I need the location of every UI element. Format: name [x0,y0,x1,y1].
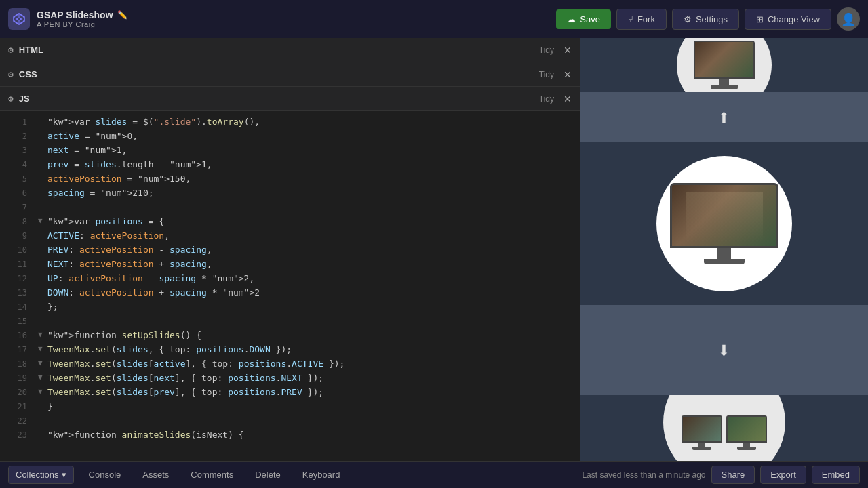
editor-panel: ⚙ HTML Tidy ✕ ⚙ CSS Tidy ✕ [0,38,580,461]
line-number: 22 [8,414,27,428]
code-line: 19▼TweenMax.set(slides[next], { top: pos… [0,371,580,386]
code-text: active = "num">0, [47,129,572,144]
main-content: ⚙ HTML Tidy ✕ ⚙ CSS Tidy ✕ [0,38,868,461]
html-label: HTML [19,45,43,55]
fold-arrow[interactable]: ▼ [38,386,47,398]
code-text: "kw">var slides = $(".slide").toArray(), [47,115,572,129]
comments-tab[interactable]: Comments [180,466,244,483]
line-number: 23 [8,428,27,442]
active-slide-circle [656,156,792,291]
embed-button[interactable]: Embed [812,466,860,484]
code-line: 4prev = slides.length - "num">1, [0,158,580,172]
share-button[interactable]: Share [711,466,755,484]
html-section: ⚙ HTML Tidy ✕ [0,38,580,62]
title-wrap: GSAP Slideshow ✏️ A PEN BY Craig [37,9,127,28]
css-tidy-button[interactable]: Tidy [535,68,558,81]
delete-tab[interactable]: Delete [244,466,292,483]
arrow-up-icon: ⬆ [717,104,730,130]
change-view-button[interactable]: ⊞ Change View [745,9,831,30]
line-number: 7 [8,201,27,214]
line-number: 5 [8,172,27,186]
code-text: spacing = "num">210; [47,186,572,201]
js-gear-icon[interactable]: ⚙ [8,94,14,104]
fold-arrow[interactable]: ▼ [38,343,47,355]
code-line: 11NEXT: activePosition + spacing, [0,258,580,272]
css-section: ⚙ CSS Tidy ✕ [0,62,580,87]
collections-button[interactable]: Collections ▾ [8,466,74,484]
codepen-logo [8,8,30,30]
preview-content: ⬆ ⬇ [580,38,868,461]
slide-bottom-partial [580,395,868,461]
svg-line-1 [14,17,19,20]
html-tidy-button[interactable]: Tidy [535,44,558,56]
code-line: 12UP: activePosition - spacing * "num">2… [0,272,580,286]
code-text: "kw">function setUpSlides() { [47,329,572,343]
code-line: 17▼TweenMax.set(slides, { top: positions… [0,343,580,357]
code-line: 6spacing = "num">210; [0,186,580,201]
code-line: 7 [0,201,580,215]
fold-arrow[interactable]: ▼ [38,371,47,384]
line-number: 12 [8,272,27,285]
keyboard-tab[interactable]: Keyboard [292,466,351,483]
line-number: 2 [8,129,27,143]
js-code-editor[interactable]: 1"kw">var slides = $(".slide").toArray()… [0,111,580,461]
code-line: 10PREV: activePosition - spacing, [0,243,580,258]
css-close-button[interactable]: ✕ [564,69,572,80]
fork-icon: ⑂ [628,14,633,24]
avatar[interactable]: 👤 [837,7,860,30]
gear-icon: ⚙ [684,14,692,24]
monitor-stand-neck [717,248,731,259]
js-tidy-button[interactable]: Tidy [535,93,558,105]
code-line: 23"kw">function animateSlides(isNext) { [0,428,580,443]
code-text: UP: activePosition - spacing * "num">2, [47,272,572,286]
fold-arrow[interactable]: ▼ [38,329,47,341]
js-close-button[interactable]: ✕ [564,94,572,104]
code-line: 13DOWN: activePosition + spacing * "num"… [0,286,580,300]
code-text: TweenMax.set(slides, { top: positions.DO… [47,343,572,357]
line-number: 1 [8,115,27,129]
fold-arrow[interactable]: ▼ [38,215,47,227]
code-line: 18▼TweenMax.set(slides[active], { top: p… [0,357,580,371]
settings-button[interactable]: ⚙ Settings [672,9,739,30]
line-number: 4 [8,158,27,171]
html-close-button[interactable]: ✕ [564,45,572,56]
export-button[interactable]: Export [760,466,806,484]
line-number: 15 [8,314,27,328]
slide-up-button[interactable]: ⬆ [580,92,868,142]
code-text: } [47,400,572,414]
top-bar: GSAP Slideshow ✏️ A PEN BY Craig ☁ Save … [0,0,868,38]
fork-button[interactable]: ⑂ Fork [616,9,667,30]
code-line: 2active = "num">0, [0,129,580,144]
code-text: TweenMax.set(slides[active], { top: posi… [47,357,572,371]
line-number: 19 [8,371,27,385]
bottom-tabs: Console Assets Comments Delete Keyboard [78,466,351,483]
code-line: 5activePosition = "num">150, [0,172,580,186]
console-tab[interactable]: Console [78,466,132,483]
bottom-bar-right: Last saved less than a minute ago Share … [582,466,860,484]
line-number: 6 [8,186,27,200]
line-number: 17 [8,343,27,357]
code-text [47,314,572,329]
save-button[interactable]: ☁ Save [556,9,611,29]
assets-tab[interactable]: Assets [132,466,180,483]
svg-line-4 [14,18,19,21]
js-label: JS [19,94,30,104]
code-text: }; [47,300,572,314]
code-line: 8▼"kw">var positions = { [0,215,580,229]
html-gear-icon[interactable]: ⚙ [8,45,14,55]
fold-arrow[interactable]: ▼ [38,357,47,369]
line-number: 20 [8,386,27,399]
code-line: 1"kw">var slides = $(".slide").toArray()… [0,115,580,129]
code-text: TweenMax.set(slides[next], { top: positi… [47,371,572,386]
line-number: 13 [8,286,27,300]
css-gear-icon[interactable]: ⚙ [8,69,14,79]
code-line: 21} [0,400,580,414]
line-number: 21 [8,400,27,413]
code-text: NEXT: activePosition + spacing, [47,258,572,272]
edit-icon[interactable]: ✏️ [117,10,127,20]
slide-top-partial [580,38,868,92]
monitor-stand-base [704,259,745,264]
chevron-down-icon: ▾ [62,470,66,480]
slide-down-button[interactable]: ⬇ [580,305,868,395]
code-text: ACTIVE: activePosition, [47,229,572,243]
